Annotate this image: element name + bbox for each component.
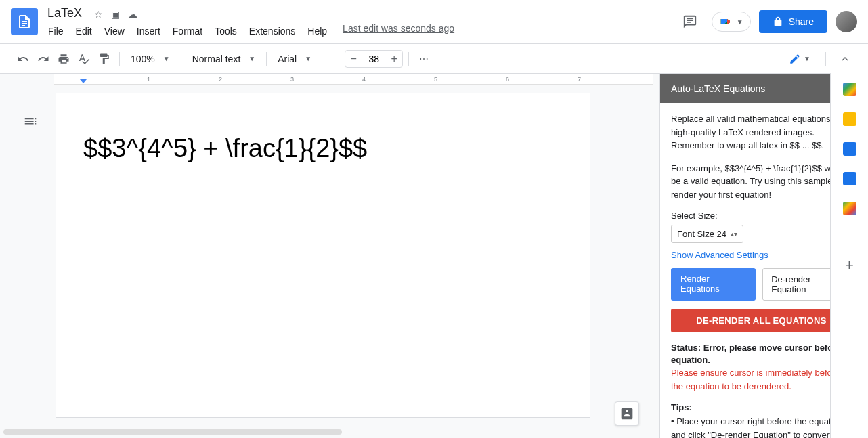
spellcheck-icon[interactable]	[74, 49, 93, 68]
maps-app-icon[interactable]	[843, 202, 856, 215]
keep-app-icon[interactable]	[843, 112, 856, 126]
header: LaTeX ☆ ▣ ☁ File Edit View Insert Format…	[0, 0, 868, 43]
addon-intro-text: Replace all valid mathematical equations…	[671, 112, 852, 152]
render-equations-button[interactable]: Render Equations	[671, 268, 756, 301]
share-button[interactable]: Share	[759, 10, 827, 33]
menu-edit[interactable]: Edit	[71, 23, 97, 39]
add-addon-icon[interactable]: +	[845, 257, 854, 274]
ruler-mark: 2	[219, 76, 222, 83]
document-title[interactable]: LaTeX	[43, 5, 86, 22]
cloud-status-icon[interactable]: ☁	[128, 9, 137, 20]
meet-button[interactable]: ▼	[712, 12, 751, 32]
menu-file[interactable]: File	[43, 23, 68, 39]
addon-title: Auto-LaTeX Equations	[671, 83, 765, 94]
paint-format-icon[interactable]	[95, 49, 114, 68]
horizontal-ruler[interactable]: 1 2 3 4 5 6 7	[54, 74, 653, 85]
document-content[interactable]: $$3^{4^5} + \frac{1}{2}$$	[83, 134, 563, 163]
addon-example-text: For example, $$3^{4^5} + \frac{1}{2}$$ w…	[671, 162, 852, 202]
side-panel: +	[830, 73, 868, 438]
docs-app-icon[interactable]	[11, 8, 38, 35]
font-size-control: − +	[345, 50, 403, 68]
ruler-mark: 6	[506, 76, 509, 83]
font-size-decrease[interactable]: −	[345, 51, 362, 67]
horizontal-scrollbar[interactable]	[3, 429, 342, 435]
toolbar: 100%▼ Normal text▼ Arial▼ − + ⋯ ▼	[0, 44, 868, 74]
indent-marker-icon[interactable]	[80, 79, 87, 83]
hide-menus-icon[interactable]	[836, 49, 854, 68]
font-size-selector[interactable]: Font Size 24▴▾	[671, 225, 743, 243]
redo-icon[interactable]	[34, 49, 53, 68]
select-size-label: Select Size:	[671, 211, 852, 221]
last-edit-link[interactable]: Last edit was seconds ago	[343, 23, 454, 39]
ruler-mark: 3	[290, 76, 294, 83]
menu-view[interactable]: View	[100, 23, 129, 39]
status-text: Status: Error, please move cursor before…	[671, 342, 852, 366]
menu-extensions[interactable]: Extensions	[244, 23, 300, 39]
advanced-settings-link[interactable]: Show Advanced Settings	[671, 250, 768, 260]
user-avatar[interactable]	[836, 11, 857, 32]
menu-format[interactable]: Format	[168, 23, 207, 39]
derender-all-button[interactable]: DE-RENDER ALL EQUATIONS	[671, 309, 852, 332]
undo-icon[interactable]	[14, 49, 32, 68]
document-area: 1 2 3 4 5 6 7 $$3^{4^5} + \frac{1}{2}$$	[0, 74, 659, 438]
contacts-app-icon[interactable]	[843, 172, 856, 185]
style-select[interactable]: Normal text▼	[187, 51, 261, 67]
ruler-mark: 4	[362, 76, 366, 83]
tip-item: • Place your cursor right before the equ…	[671, 415, 852, 438]
ruler-mark: 7	[578, 76, 581, 83]
print-icon[interactable]	[54, 49, 73, 68]
more-icon[interactable]: ⋯	[414, 49, 433, 68]
tasks-app-icon[interactable]	[843, 142, 856, 156]
tips-heading: Tips:	[671, 402, 852, 412]
document-outline-icon[interactable]	[20, 111, 41, 131]
error-message: Please ensure cursor is immediately befo…	[671, 366, 852, 393]
ruler-mark: 1	[147, 76, 150, 83]
font-size-increase[interactable]: +	[386, 51, 402, 67]
font-select[interactable]: Arial▼	[272, 51, 333, 67]
menu-insert[interactable]: Insert	[132, 23, 165, 39]
comments-icon[interactable]	[676, 8, 703, 35]
calendar-app-icon[interactable]	[843, 83, 856, 96]
explore-button[interactable]	[615, 401, 639, 426]
move-icon[interactable]: ▣	[111, 9, 120, 20]
menu-tools[interactable]: Tools	[210, 23, 242, 39]
menu-bar: File Edit View Insert Format Tools Exten…	[43, 23, 454, 39]
zoom-select[interactable]: 100%▼	[125, 51, 175, 67]
star-icon[interactable]: ☆	[94, 9, 103, 20]
menu-help[interactable]: Help	[303, 23, 332, 39]
ruler-mark: 5	[434, 76, 437, 83]
share-label: Share	[789, 16, 814, 27]
editing-mode-button[interactable]: ▼	[783, 50, 816, 68]
document-page[interactable]: $$3^{4^5} + \frac{1}{2}$$	[56, 93, 590, 418]
font-size-input[interactable]	[362, 53, 386, 64]
